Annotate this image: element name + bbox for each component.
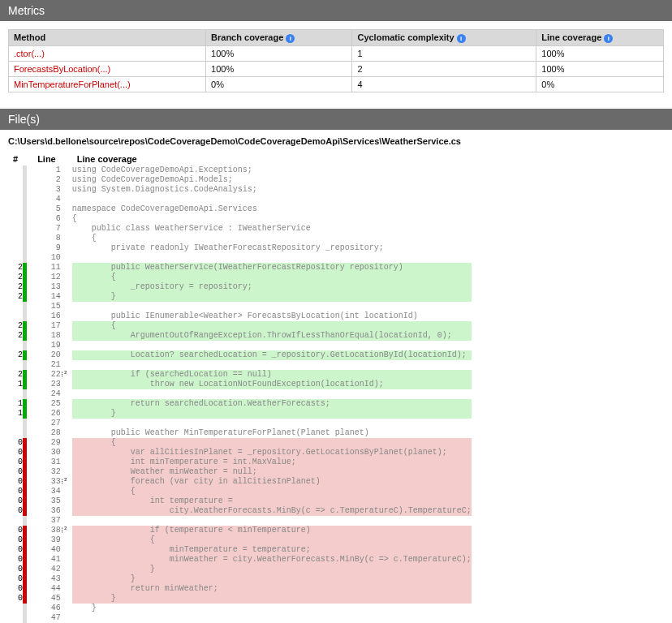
metrics-table-wrap: Method Branch coveragei Cyclomatic compl… xyxy=(0,21,672,109)
code-line: 029 { xyxy=(8,438,472,448)
code-text: { xyxy=(72,321,472,331)
coverage-bar xyxy=(23,204,32,214)
branch-indicator xyxy=(61,331,72,341)
code-line: 040 minTemperature = temperature; xyxy=(8,545,472,555)
code-text: return minWeather; xyxy=(72,584,472,594)
code-text: } xyxy=(72,594,472,604)
line-number: 33 xyxy=(32,477,61,487)
coverage-bar xyxy=(23,302,32,312)
branch-indicator xyxy=(61,409,72,419)
hit-count: 0 xyxy=(8,487,23,496)
branch-indicator xyxy=(61,350,72,360)
metrics-table: Method Branch coveragei Cyclomatic compl… xyxy=(8,29,664,92)
col-cyclo: Cyclomatic complexityi xyxy=(352,30,536,46)
hit-count: 2 xyxy=(8,321,23,331)
hit-count: 0 xyxy=(8,448,23,458)
line-number: 12 xyxy=(32,273,61,282)
line-number: 38 xyxy=(32,526,61,535)
branch-coverage-cell: 100% xyxy=(206,61,352,76)
code-line: 033⁝² foreach (var city in allCitiesInPl… xyxy=(8,477,472,487)
code-text: foreach (var city in allCitiesInPlanet) xyxy=(72,477,472,487)
branch-indicator xyxy=(61,165,72,175)
code-table: # Line Line coverage 1using CodeCoverage… xyxy=(8,153,472,623)
line-number: 10 xyxy=(32,253,61,263)
line-number: 22 xyxy=(32,370,61,380)
branch-indicator xyxy=(61,487,72,496)
code-line: 16 public IEnumerable<Weather> Forecasts… xyxy=(8,312,472,321)
code-line: 030 var allCitiesInPlanet = _repository.… xyxy=(8,448,472,458)
branch-indicator xyxy=(61,516,72,526)
line-number: 4 xyxy=(32,195,61,204)
line-number: 24 xyxy=(32,389,61,399)
method-link[interactable]: MinTemperatureForPlanet(...) xyxy=(14,79,131,89)
hit-count: 0 xyxy=(8,584,23,594)
coverage-bar xyxy=(23,350,32,360)
code-text xyxy=(72,253,472,263)
branch-indicator xyxy=(61,195,72,204)
method-link[interactable]: ForecastsByLocation(...) xyxy=(14,64,110,74)
code-text: _repository = repository; xyxy=(72,282,472,292)
hit-count: 2 xyxy=(8,292,23,302)
code-line: 034 { xyxy=(8,487,472,496)
code-line: 19 xyxy=(8,341,472,350)
branch-indicator xyxy=(61,555,72,565)
code-line: 213 _repository = repository; xyxy=(8,282,472,292)
branch-coverage-cell: 0% xyxy=(206,76,352,92)
coverage-bar xyxy=(23,214,32,224)
code-line: 039 { xyxy=(8,535,472,545)
branch-indicator xyxy=(61,243,72,253)
line-number: 28 xyxy=(32,428,61,438)
hit-count: 0 xyxy=(8,565,23,574)
hit-count: 2 xyxy=(8,370,23,380)
hit-count: 2 xyxy=(8,263,23,273)
code-line: 222⁝² if (searchedLocation == null) xyxy=(8,370,472,380)
coverage-bar xyxy=(23,409,32,419)
code-text: ArgumentOutOfRangeException.ThrowIfLessT… xyxy=(72,331,472,341)
coverage-bar xyxy=(23,555,32,565)
code-line: 125 return searchedLocation.WeatherForec… xyxy=(8,399,472,409)
info-icon[interactable]: i xyxy=(286,34,295,43)
line-number: 21 xyxy=(32,360,61,370)
code-text: { xyxy=(72,535,472,545)
code-text: if (searchedLocation == null) xyxy=(72,370,472,380)
col-line: Line coveragei xyxy=(536,30,664,46)
code-text: namespace CodeCoverageDemoApi.Services xyxy=(72,204,472,214)
method-link[interactable]: .ctor(...) xyxy=(14,49,45,58)
code-text: { xyxy=(72,487,472,496)
hit-count: 0 xyxy=(8,506,23,516)
code-text xyxy=(72,302,472,312)
coverage-bar xyxy=(23,273,32,282)
hit-count: 0 xyxy=(8,477,23,487)
branch-indicator xyxy=(61,613,72,623)
code-text: } xyxy=(72,565,472,574)
line-number: 35 xyxy=(32,496,61,506)
info-icon[interactable]: i xyxy=(457,34,466,43)
code-line: 038⁝² if (temperature < minTemperature) xyxy=(8,526,472,535)
line-number: 40 xyxy=(32,545,61,555)
code-text: throw new LocationNotFoundException(loca… xyxy=(72,380,472,389)
code-line: 035 int temperature = xyxy=(8,496,472,506)
code-line: 7 public class WeatherService : IWeather… xyxy=(8,224,472,234)
code-line: 37 xyxy=(8,516,472,526)
info-icon[interactable]: i xyxy=(604,34,613,43)
code-text xyxy=(72,389,472,399)
line-number: 18 xyxy=(32,331,61,341)
code-text: } xyxy=(72,604,472,613)
line-number: 3 xyxy=(32,185,61,195)
branch-indicator xyxy=(61,263,72,273)
code-line: 036 city.WeatherForecasts.MinBy(c => c.T… xyxy=(8,506,472,516)
line-coverage-cell: 100% xyxy=(536,45,664,61)
hit-count: 1 xyxy=(8,399,23,409)
branch-coverage-cell: 100% xyxy=(206,45,352,61)
coverage-bar xyxy=(23,545,32,555)
hit-count xyxy=(8,604,23,613)
code-line: 3using System.Diagnostics.CodeAnalysis; xyxy=(8,185,472,195)
code-text: minWeather = city.WeatherForecasts.MinBy… xyxy=(72,555,472,565)
line-coverage-cell: 0% xyxy=(536,76,664,92)
coverage-bar xyxy=(23,574,32,584)
branch-indicator: ⁝² xyxy=(61,370,72,380)
code-line: 5namespace CodeCoverageDemoApi.Services xyxy=(8,204,472,214)
code-text: Weather minWeather = null; xyxy=(72,467,472,477)
code-text: public WeatherService(IWeatherForecastRe… xyxy=(72,263,472,273)
coverage-bar xyxy=(23,467,32,477)
